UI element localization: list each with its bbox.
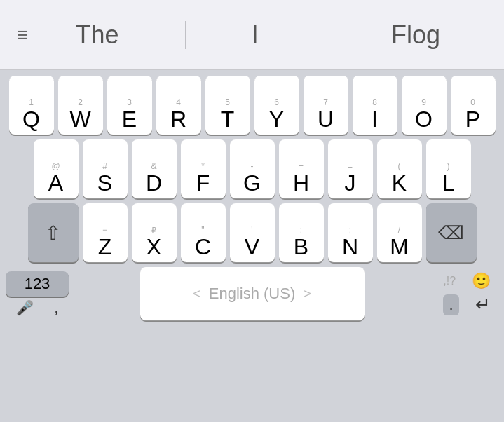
sub-3: 3 bbox=[127, 97, 132, 107]
main-b: B bbox=[294, 236, 308, 258]
main-y: Y bbox=[269, 108, 284, 130]
key-z[interactable]: − Z bbox=[83, 203, 128, 262]
main-o: O bbox=[415, 108, 433, 130]
key-y[interactable]: 6 Y bbox=[254, 76, 299, 135]
emoji-icon[interactable]: 🙂 bbox=[472, 272, 491, 290]
sub-minus: - bbox=[251, 161, 254, 171]
main-z: Z bbox=[98, 236, 112, 258]
sub-slash: / bbox=[398, 225, 400, 235]
backspace-button[interactable]: ⌫ bbox=[426, 203, 477, 262]
sub-equals: = bbox=[348, 161, 353, 171]
main-n: N bbox=[342, 236, 358, 258]
shift-button[interactable]: ⇧ bbox=[28, 203, 79, 262]
main-s: S bbox=[97, 172, 112, 194]
sub-colon: : bbox=[300, 225, 302, 235]
key-x[interactable]: ₽ X bbox=[132, 203, 177, 262]
sub-0: 0 bbox=[470, 97, 475, 107]
key-i[interactable]: 8 I bbox=[353, 76, 397, 135]
sub-4: 4 bbox=[176, 97, 181, 107]
main-p: P bbox=[465, 108, 480, 130]
key-s[interactable]: # S bbox=[83, 139, 128, 198]
space-inner: < English (US) > bbox=[193, 285, 311, 303]
suggestion-divider-2 bbox=[325, 21, 325, 49]
sub-quote: " bbox=[201, 225, 204, 235]
main-j: J bbox=[345, 172, 356, 194]
num-switch-button[interactable]: 123 bbox=[6, 271, 69, 297]
sub-9: 9 bbox=[421, 97, 426, 107]
suggestion-flog[interactable]: Flog bbox=[391, 20, 440, 50]
shift-icon: ⇧ bbox=[45, 222, 61, 245]
suggestion-divider-1 bbox=[185, 21, 186, 49]
space-label: English (US) bbox=[209, 285, 295, 303]
sub-5: 5 bbox=[225, 97, 230, 107]
sub-semi: ; bbox=[349, 225, 351, 235]
space-right-arrow: > bbox=[304, 287, 311, 301]
suggestion-i[interactable]: I bbox=[252, 20, 259, 50]
key-row-3: ⇧ − Z ₽ X " C ' V : B ; N / M bbox=[3, 203, 501, 262]
main-k: K bbox=[392, 172, 407, 194]
main-t: T bbox=[221, 108, 235, 130]
key-a[interactable]: @ A bbox=[34, 139, 79, 198]
sub-plus: + bbox=[299, 161, 304, 171]
main-e: E bbox=[122, 108, 137, 130]
main-i: I bbox=[372, 108, 378, 130]
main-x: X bbox=[147, 236, 161, 258]
key-d[interactable]: & D bbox=[132, 139, 177, 198]
key-row-1: 1 Q 2 W 3 E 4 R 5 T 6 Y 7 U 8 I bbox=[3, 76, 501, 135]
top-bar: ≡ The I Flog bbox=[0, 0, 504, 70]
key-n[interactable]: ; N bbox=[328, 203, 373, 262]
key-j[interactable]: = J bbox=[328, 139, 373, 198]
key-u[interactable]: 7 U bbox=[304, 76, 348, 135]
main-v: V bbox=[245, 236, 259, 258]
main-a: A bbox=[48, 172, 63, 194]
space-button[interactable]: < English (US) > bbox=[140, 267, 365, 320]
key-t[interactable]: 5 T bbox=[205, 76, 250, 135]
key-w[interactable]: 2 W bbox=[58, 76, 103, 135]
sub-dash: − bbox=[102, 225, 107, 235]
key-o[interactable]: 9 O bbox=[402, 76, 447, 135]
key-e[interactable]: 3 E bbox=[107, 76, 152, 135]
key-h[interactable]: + H bbox=[279, 139, 324, 198]
return-icon[interactable]: ↵ bbox=[475, 294, 491, 315]
sub-rparen: ) bbox=[447, 161, 450, 171]
key-row-2: @ A # S & D * F - G + H = J ( K bbox=[3, 139, 501, 198]
sub-at: @ bbox=[51, 161, 60, 171]
sub-ruble: ₽ bbox=[151, 225, 156, 235]
key-v[interactable]: ' V bbox=[230, 203, 275, 262]
sub-2: 2 bbox=[78, 97, 83, 107]
sub-apos: ' bbox=[251, 225, 252, 235]
sub-lparen: ( bbox=[398, 161, 401, 171]
space-left-arrow: < bbox=[193, 287, 200, 301]
main-r: R bbox=[170, 108, 186, 130]
period-key[interactable]: . bbox=[443, 294, 458, 315]
key-r[interactable]: 4 R bbox=[156, 76, 201, 135]
backspace-icon: ⌫ bbox=[438, 222, 464, 244]
main-m: M bbox=[390, 236, 409, 258]
key-g[interactable]: - G bbox=[230, 139, 275, 198]
key-k[interactable]: ( K bbox=[377, 139, 422, 198]
punctuation-key[interactable]: ,!? bbox=[443, 275, 456, 287]
key-row-bottom: 123 🎤 , < English (US) > ,!? 🙂 . ↵ bbox=[3, 267, 501, 320]
main-h: H bbox=[293, 172, 309, 194]
sub-hash: # bbox=[102, 161, 107, 171]
main-g: G bbox=[243, 172, 261, 194]
main-q: Q bbox=[22, 108, 40, 130]
key-c[interactable]: " C bbox=[181, 203, 226, 262]
key-q[interactable]: 1 Q bbox=[9, 76, 54, 135]
main-w: W bbox=[69, 108, 90, 130]
menu-icon[interactable]: ≡ bbox=[17, 25, 28, 45]
main-d: D bbox=[146, 172, 162, 194]
key-b[interactable]: : B bbox=[279, 203, 324, 262]
key-f[interactable]: * F bbox=[181, 139, 226, 198]
suggestions-bar: The I Flog bbox=[28, 20, 487, 50]
main-f: F bbox=[196, 172, 210, 194]
key-l[interactable]: ) L bbox=[426, 139, 471, 198]
keyboard: 1 Q 2 W 3 E 4 R 5 T 6 Y 7 U 8 I bbox=[0, 70, 504, 422]
suggestion-the[interactable]: The bbox=[75, 20, 118, 50]
key-m[interactable]: / M bbox=[377, 203, 422, 262]
sub-6: 6 bbox=[274, 97, 279, 107]
comma-key[interactable]: , bbox=[54, 299, 58, 317]
mic-icon[interactable]: 🎤 bbox=[16, 299, 34, 316]
main-c: C bbox=[195, 236, 211, 258]
key-p[interactable]: 0 P bbox=[451, 76, 496, 135]
